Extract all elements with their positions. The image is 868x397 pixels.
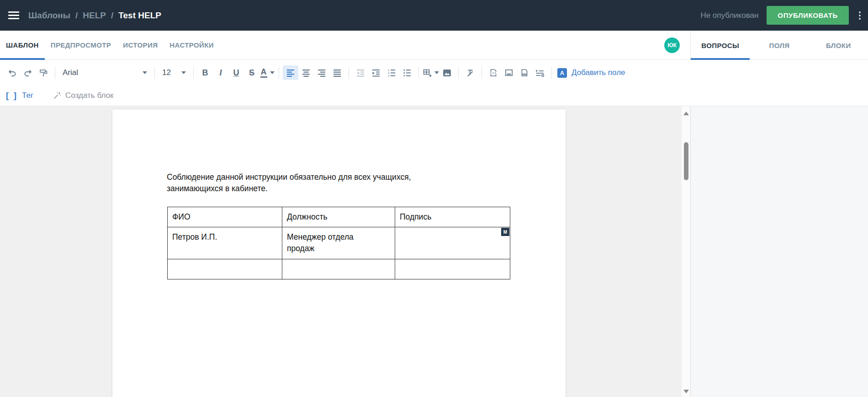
tab-fields[interactable]: ПОЛЯ xyxy=(750,31,809,60)
svg-text:1: 1 xyxy=(388,69,390,71)
toolbar-divider xyxy=(279,67,279,79)
breadcrumb-templates[interactable]: Шаблоны xyxy=(28,11,70,21)
format-painter-icon xyxy=(39,68,48,77)
toolbar-divider xyxy=(154,67,155,79)
table-cell[interactable]: Петров И.П. xyxy=(168,227,282,259)
bullet-list-button[interactable] xyxy=(399,65,415,80)
header-footer-button[interactable] xyxy=(501,65,517,80)
insert-table-button[interactable] xyxy=(423,65,439,80)
right-panel-tabs: ВОПРОСЫ ПОЛЯ БЛОКИ xyxy=(690,31,868,60)
left-tabs: ШАБЛОН ПРЕДПРОСМОТР ИСТОРИЯ НАСТРОЙКИ xyxy=(0,31,220,59)
bullet-list-icon xyxy=(402,68,412,77)
ordered-list-icon: 1 2 3 xyxy=(387,68,396,77)
field-settings-icon xyxy=(535,68,545,78)
insert-table-icon xyxy=(423,68,432,77)
redo-icon xyxy=(23,68,32,77)
italic-button[interactable]: I xyxy=(213,65,228,80)
table-cell[interactable]: Менеджер отдела продаж xyxy=(282,227,395,259)
page-break-button[interactable] xyxy=(486,65,501,80)
toolbar-divider xyxy=(349,67,349,79)
editor-toolbar: Arial 12 B I U S A xyxy=(0,60,868,106)
format-painter-button[interactable] xyxy=(36,65,51,80)
create-block-button[interactable]: Создать блок xyxy=(53,91,113,100)
font-family-select[interactable]: Arial xyxy=(59,65,151,80)
align-center-button[interactable] xyxy=(298,65,314,80)
page-setup-icon xyxy=(520,68,529,77)
add-field-button[interactable]: A Добавить поле xyxy=(557,68,625,78)
document-paragraph[interactable]: Соблюдение данной инструкции обязательно… xyxy=(167,172,468,194)
table-header-cell[interactable]: Подпись xyxy=(395,207,510,227)
font-size-select[interactable]: 12 xyxy=(159,65,190,80)
field-marker-badge[interactable]: М xyxy=(501,228,509,236)
table-cell[interactable] xyxy=(282,259,395,279)
breadcrumb: Шаблоны / HELP / Test HELP xyxy=(28,11,161,21)
toolbar-divider xyxy=(193,67,194,79)
clear-formatting-button[interactable] xyxy=(462,65,478,80)
tab-template[interactable]: ШАБЛОН xyxy=(0,31,45,59)
toolbar-divider xyxy=(551,67,552,79)
table-cell[interactable] xyxy=(395,259,510,279)
tag-button[interactable]: [ ] Тег xyxy=(6,91,33,101)
document-table[interactable]: ФИО Должность Подпись Петров И.П. Менедж… xyxy=(167,207,510,279)
add-field-icon: A xyxy=(557,68,567,78)
breadcrumb-separator: / xyxy=(75,11,78,21)
chevron-down-icon xyxy=(434,71,439,74)
document-page[interactable]: Соблюдение данной инструкции обязательно… xyxy=(112,109,566,397)
insert-image-button[interactable] xyxy=(439,65,455,80)
field-settings-button[interactable] xyxy=(532,65,548,80)
workspace: Соблюдение данной инструкции обязательно… xyxy=(0,106,868,397)
avatar[interactable]: ЮК xyxy=(664,38,680,53)
align-left-icon xyxy=(286,68,295,77)
page-setup-button[interactable] xyxy=(517,65,532,80)
align-center-icon xyxy=(302,68,311,77)
menu-icon[interactable] xyxy=(8,10,19,21)
breadcrumb-separator: / xyxy=(111,11,113,21)
tab-history[interactable]: ИСТОРИЯ xyxy=(117,31,164,59)
publish-button[interactable]: ОПУБЛИКОВАТЬ xyxy=(767,6,849,25)
align-left-button[interactable] xyxy=(283,65,298,80)
strikethrough-button[interactable]: S xyxy=(244,65,259,80)
editor-canvas[interactable]: Соблюдение данной инструкции обязательно… xyxy=(0,106,682,397)
page-break-icon xyxy=(489,68,498,77)
table-header-cell[interactable]: ФИО xyxy=(168,207,282,227)
undo-button[interactable] xyxy=(5,65,20,80)
table-header-cell[interactable]: Должность xyxy=(282,207,395,227)
indent-icon xyxy=(371,68,381,77)
toolbar-divider xyxy=(418,67,419,79)
undo-icon xyxy=(8,68,17,77)
table-row xyxy=(168,259,510,279)
font-color-button[interactable]: A xyxy=(259,65,275,80)
chevron-down-icon xyxy=(143,71,147,74)
underline-button[interactable]: U xyxy=(228,65,244,80)
outdent-button[interactable] xyxy=(353,65,368,80)
tab-settings[interactable]: НАСТРОЙКИ xyxy=(164,31,220,59)
table-row: Петров И.П. Менеджер отдела продаж М xyxy=(168,227,510,259)
scroll-up-icon[interactable] xyxy=(683,112,689,115)
align-justify-button[interactable] xyxy=(329,65,345,80)
align-right-icon xyxy=(317,68,326,77)
ordered-list-button[interactable]: 1 2 3 xyxy=(384,65,399,80)
svg-text:3: 3 xyxy=(388,75,390,77)
tab-bar: ШАБЛОН ПРЕДПРОСМОТР ИСТОРИЯ НАСТРОЙКИ ЮК… xyxy=(0,31,868,60)
align-right-button[interactable] xyxy=(314,65,329,80)
breadcrumb-folder[interactable]: HELP xyxy=(83,11,106,21)
insert-image-icon xyxy=(442,68,452,78)
top-bar: Шаблоны / HELP / Test HELP Не опубликова… xyxy=(0,0,868,31)
table-cell[interactable]: М xyxy=(395,227,510,259)
scroll-thumb[interactable] xyxy=(684,142,688,180)
table-cell[interactable] xyxy=(168,259,282,279)
scrollbar[interactable] xyxy=(682,106,690,397)
tab-blocks[interactable]: БЛОКИ xyxy=(809,31,868,60)
toolbar-divider xyxy=(482,67,482,79)
svg-text:2: 2 xyxy=(388,71,390,74)
indent-button[interactable] xyxy=(368,65,384,80)
tab-questions[interactable]: ВОПРОСЫ xyxy=(691,31,750,60)
publish-status: Не опубликован xyxy=(700,11,758,20)
bold-button[interactable]: B xyxy=(197,65,213,80)
tab-preview[interactable]: ПРЕДПРОСМОТР xyxy=(45,31,117,59)
more-options-icon[interactable] xyxy=(859,11,861,20)
scroll-down-icon[interactable] xyxy=(683,390,689,393)
redo-button[interactable] xyxy=(20,65,36,80)
clear-formatting-icon xyxy=(466,68,475,77)
breadcrumb-current: Test HELP xyxy=(118,11,161,21)
